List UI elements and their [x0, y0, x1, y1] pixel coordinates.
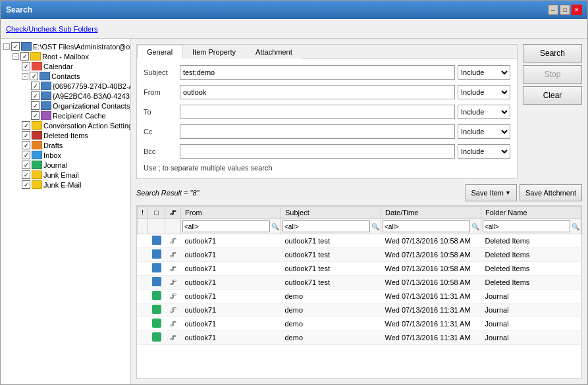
tree-item-junk-email[interactable]: Junk Email [22, 170, 128, 180]
to-input[interactable] [180, 105, 455, 119]
tree-item-calendar[interactable]: Calendar [22, 61, 128, 71]
conversation-checkbox[interactable] [22, 121, 30, 130]
table-row[interactable]: 🖇 outlook71 outlook71 test Wed 07/13/201… [137, 262, 581, 276]
cc-dropdown[interactable]: Include Exclude [458, 124, 510, 139]
drafts-folder-icon [32, 141, 42, 149]
from-cell: outlook71 [181, 317, 281, 331]
journal-checkbox[interactable] [22, 161, 30, 169]
col-folder[interactable]: Folder Name [481, 207, 581, 219]
filter-folder-input[interactable] [483, 220, 570, 232]
from-dropdown[interactable]: Include Exclude [458, 85, 510, 99]
table-row[interactable]: 🖇 outlook71 demo Wed 07/13/2016 11:31 AM… [137, 331, 581, 345]
contacts-checkbox[interactable] [30, 72, 38, 80]
from-row: From Include Exclude [144, 85, 510, 99]
bcc-input[interactable] [180, 144, 455, 159]
tree-item-conversation[interactable]: Conversation Action Settings [22, 120, 128, 130]
contact-sub2-checkbox[interactable] [31, 91, 40, 100]
inbox-checkbox[interactable] [22, 151, 30, 159]
search-button[interactable]: Search [523, 44, 582, 63]
attach-icon: 🖇 [169, 265, 176, 272]
expand-contacts-icon[interactable]: - [22, 73, 28, 80]
filter-datetime-input[interactable] [383, 220, 470, 232]
tree-item-inbox[interactable]: Inbox [22, 150, 128, 160]
cc-input[interactable] [180, 124, 455, 139]
conversation-icon [32, 121, 42, 130]
from-cell: outlook71 [181, 248, 281, 262]
subject-cell: outlook71 test [281, 262, 381, 276]
tree-item-mailbox[interactable]: - Root - Mailbox [13, 51, 128, 61]
tree-item-contacts[interactable]: - Contacts [22, 71, 128, 81]
table-row[interactable]: 🖇 outlook71 demo Wed 07/13/2016 11:31 AM… [137, 290, 581, 303]
subject-dropdown[interactable]: Include Exclude [458, 65, 510, 80]
bcc-dropdown[interactable]: Include Exclude [458, 144, 510, 159]
subject-cell: demo [281, 317, 381, 331]
tab-attachment[interactable]: Attachment [246, 45, 302, 59]
tree-item-deleted[interactable]: Deleted Items [22, 130, 128, 140]
check-uncheck-label[interactable]: Check/Uncheck Sub Folders [6, 25, 97, 33]
filter-from-input[interactable] [182, 220, 270, 232]
filter-subject-input[interactable] [282, 220, 370, 232]
col-subject[interactable]: Subject [281, 207, 381, 219]
datetime-cell: Wed 07/13/2016 10:58 AM [381, 234, 481, 248]
recipient-cache-checkbox[interactable] [31, 111, 40, 120]
save-item-button[interactable]: Save Item ▼ [466, 184, 517, 201]
stop-button[interactable]: Stop [523, 65, 582, 84]
tree-item-drafts[interactable]: Drafts [22, 140, 128, 150]
results-label: Search Result = "8" [136, 189, 200, 197]
tree-item-contact-sub1[interactable]: {06967759-274D-40B2-A3EB-D7F9... [31, 81, 128, 91]
calendar-label: Calendar [43, 63, 73, 70]
minimize-button[interactable]: ─ [548, 5, 558, 15]
right-panel: General Item Property Attachment Subject… [131, 39, 587, 384]
table-row[interactable]: 🖇 outlook71 outlook71 test Wed 07/13/201… [137, 248, 581, 262]
tree-item-journal[interactable]: Journal [22, 160, 128, 170]
cc-label: Cc [144, 128, 180, 136]
clear-button[interactable]: Clear [523, 86, 582, 105]
tab-general[interactable]: General [137, 45, 182, 59]
table-row[interactable]: 🖇 outlook71 demo Wed 07/13/2016 11:31 AM… [137, 317, 581, 331]
table-row[interactable]: 🖇 outlook71 demo Wed 07/13/2016 11:31 AM… [137, 303, 581, 317]
maximize-button[interactable]: □ [560, 5, 570, 15]
expand-mailbox-icon[interactable]: - [13, 53, 19, 60]
tree-item-junk-e-mail[interactable]: Junk E-Mail [22, 180, 128, 190]
col-type: □ [148, 207, 165, 219]
calendar-checkbox[interactable] [22, 62, 30, 70]
folder-cell: Journal [481, 303, 581, 317]
table-row[interactable]: 🖇 outlook71 outlook71 test Wed 07/13/201… [137, 276, 581, 290]
deleted-checkbox[interactable] [22, 131, 30, 140]
org-contacts-checkbox[interactable] [31, 101, 40, 110]
close-button[interactable]: ✕ [572, 5, 582, 15]
type-icon [152, 332, 161, 342]
window-title: Search [6, 5, 32, 14]
tree-item-contact-sub2[interactable]: {A9E2BC46-B3A0-4243-B315-60D9... [31, 91, 128, 101]
type-cell [148, 303, 165, 317]
contact-sub1-checkbox[interactable] [31, 82, 40, 90]
expand-icon[interactable]: - [3, 43, 10, 50]
contact-sub1-icon [41, 82, 51, 90]
tab-item-property[interactable]: Item Property [182, 45, 246, 59]
folder-cell: Deleted Items [481, 276, 581, 290]
type-cell [148, 262, 165, 276]
filter-datetime-search-icon[interactable]: 🔍 [471, 223, 479, 230]
mailbox-checkbox[interactable] [20, 52, 29, 61]
main-window: Search ─ □ ✕ Check/Uncheck Sub Folders -… [0, 0, 588, 385]
filter-from-search-icon[interactable]: 🔍 [271, 223, 279, 230]
drafts-checkbox[interactable] [22, 141, 30, 149]
filter-folder-search-icon[interactable]: 🔍 [572, 223, 579, 230]
tree-item-recipient-cache[interactable]: Recipient Cache [31, 111, 128, 120]
to-dropdown[interactable]: Include Exclude [458, 105, 510, 119]
type-icon [152, 263, 161, 272]
subject-input[interactable] [180, 65, 455, 80]
col-datetime[interactable]: Date/Time [381, 207, 481, 219]
from-input[interactable] [180, 85, 455, 99]
junk-email-checkbox[interactable] [22, 170, 30, 179]
filter-subject-search-icon[interactable]: 🔍 [371, 223, 379, 230]
tree-item-org-contacts[interactable]: Organizational Contacts [31, 101, 128, 111]
subject-cell: outlook71 test [281, 276, 381, 290]
table-row[interactable]: 🖇 outlook71 outlook71 test Wed 07/13/201… [137, 234, 581, 248]
root-checkbox[interactable] [11, 42, 20, 51]
save-attachment-button[interactable]: Save Attchment [520, 184, 582, 201]
inbox-folder-icon [32, 151, 42, 159]
tree-root-path[interactable]: - E:\OST Files\Administrator@office2016.… [3, 41, 128, 51]
col-from[interactable]: From [181, 207, 281, 219]
junk-e-mail-checkbox[interactable] [22, 180, 30, 189]
